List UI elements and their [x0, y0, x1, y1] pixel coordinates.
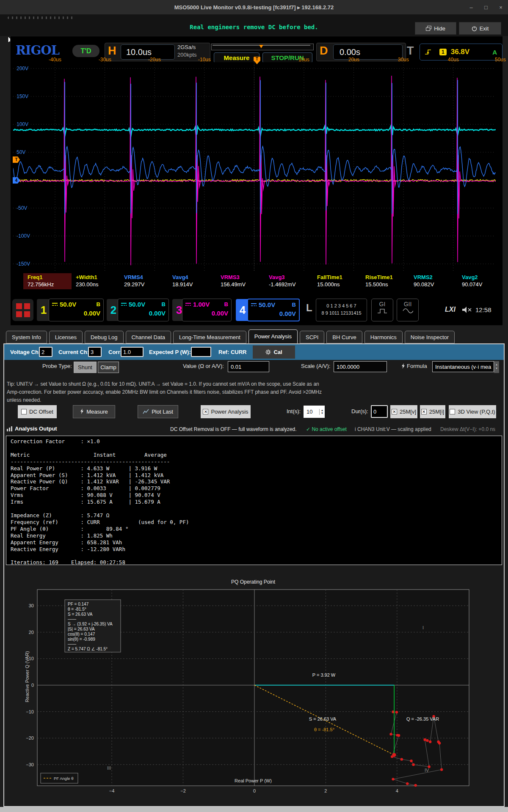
spinner-arrows[interactable]: ▲▼: [319, 409, 325, 415]
tip-line: Amp-correction. For better power accurac…: [7, 388, 430, 396]
tab-power-analysis[interactable]: Power Analysis: [248, 329, 298, 343]
dur-label: Dur(s):: [351, 408, 368, 414]
channel-2-settings[interactable]: 50.0VB0.00V: [118, 299, 169, 321]
delay-value[interactable]: 0.00s: [333, 44, 403, 60]
gen1-button[interactable]: GI: [371, 299, 393, 321]
tab-system-info[interactable]: System Info: [6, 331, 47, 343]
close-button[interactable]: ×: [494, 0, 508, 14]
logic-key[interactable]: L: [306, 302, 312, 314]
channel-3-settings[interactable]: 1.00VB0.00V: [182, 299, 232, 321]
trigger-position-marker[interactable]: T: [254, 57, 260, 64]
bandwidth-indicator: B: [224, 301, 228, 307]
m25i-checkbox[interactable]: ✕25M[i]: [420, 405, 445, 418]
measurement-label: FallTime1: [317, 274, 361, 280]
trigger-panel[interactable]: 1 36.8V A: [420, 44, 502, 60]
channel-offset: 0.00V: [251, 310, 296, 317]
tab-noise-inspector[interactable]: Noise Inspector: [405, 331, 455, 343]
scale-label: Scale (A/V):: [301, 363, 330, 369]
measurement-cell[interactable]: RiseTime115.500ns: [361, 273, 409, 289]
value-input[interactable]: 0.01: [228, 361, 269, 372]
zigzag-waveform-icon: [212, 44, 313, 50]
analysis-title: Analysis Output: [15, 425, 57, 432]
rigol-logo: RIGOL: [16, 43, 59, 58]
tab-debug-log[interactable]: Debug Log: [85, 331, 124, 343]
svg-text:−30: −30: [26, 762, 34, 767]
gen2-button[interactable]: GII: [397, 299, 419, 321]
value-label: Value (Ω or A/V):: [183, 363, 224, 369]
cal-button[interactable]: Cal: [253, 346, 295, 359]
svg-text:——: ——: [68, 617, 76, 621]
scale-input[interactable]: 100.0000: [334, 361, 387, 372]
minimize-button[interactable]: –: [464, 0, 478, 14]
formula-dropdown[interactable]: Instantaneous (v·i mea: [432, 361, 494, 372]
tab-licenses[interactable]: Licenses: [49, 331, 83, 343]
clock: 12:58: [475, 306, 491, 313]
speaker-muted-icon[interactable]: [462, 306, 473, 314]
tab-bh-curve[interactable]: BH Curve: [326, 331, 362, 343]
ref-curr-label: Ref: CURR: [218, 349, 246, 355]
expected-p-label: Expected P (W):: [149, 349, 191, 355]
current-ch-input[interactable]: 3: [88, 347, 102, 357]
tab-channel-data[interactable]: Channel Data: [126, 331, 171, 343]
channel-1-settings[interactable]: 50.0VB0.00V: [49, 299, 104, 321]
hide-button[interactable]: Hide: [415, 22, 456, 35]
corr-input[interactable]: 1.0: [121, 347, 144, 357]
measurement-value: 90.074V: [462, 281, 506, 288]
measurement-cell[interactable]: VRMS429.297V: [120, 273, 168, 289]
measurement-value: 90.082V: [414, 281, 458, 288]
measurement-cell[interactable]: Vavg3-1.4692mV: [265, 273, 313, 289]
voltage-ch-input[interactable]: 2: [39, 347, 52, 357]
dc-coupling-icon: [52, 303, 58, 306]
channel-4-settings[interactable]: 50.0VB0.00V: [247, 299, 300, 321]
exit-button[interactable]: Exit: [459, 22, 501, 35]
tab-long-time-measurement[interactable]: Long-Time Measurement: [173, 331, 246, 343]
time-label: -30us: [99, 57, 111, 63]
power-analysis-checkbox[interactable]: ✕Power Analysis: [201, 405, 251, 418]
measure-menu-button[interactable]: Measure: [214, 52, 260, 63]
channel-scale: 50.0V: [259, 301, 275, 308]
bandwidth-indicator: B: [162, 301, 166, 307]
analysis-output-box[interactable]: Correction Factor : ×1.0 Metric Instant …: [6, 436, 502, 565]
measurement-cell[interactable]: Vavg290.074V: [458, 273, 506, 289]
measurement-bar: Freq172.756kHz+Width1230.00nsVRMS429.297…: [23, 273, 506, 289]
svg-text:Real Power P (W): Real Power P (W): [235, 778, 272, 783]
int-spinner[interactable]: 10▲▼: [304, 406, 325, 418]
tab-harmonics[interactable]: Harmonics: [364, 331, 403, 343]
maximize-button[interactable]: □: [479, 0, 493, 14]
m25v-checkbox[interactable]: ✕25M[v]: [390, 405, 417, 418]
svg-text:|S| = 26.63 VA: |S| = 26.63 VA: [68, 627, 95, 631]
measure-button[interactable]: Measure: [73, 405, 115, 418]
plot-last-button[interactable]: Plot Last: [138, 405, 178, 418]
tab-scpi[interactable]: SCPI: [300, 331, 324, 343]
int-label: Int(s):: [287, 408, 301, 414]
formula-label-wrap: Formula: [401, 363, 427, 369]
measurement-label: VRMS3: [221, 274, 265, 280]
measurement-cell[interactable]: Vavg418.914V: [168, 273, 216, 289]
channel-scale: 50.0V: [60, 301, 76, 308]
svg-text:I: I: [422, 625, 424, 630]
time-label: 10us: [298, 57, 309, 63]
analysis-output-header: Analysis Output DC Offset Removal is OFF…: [0, 425, 508, 435]
checkbox: ✕: [203, 409, 208, 414]
measurement-cell[interactable]: Freq172.756kHz: [23, 273, 72, 289]
waveform-display: [13, 62, 496, 271]
expected-p-input[interactable]: [191, 347, 211, 357]
measurement-cell[interactable]: VRMS290.082V: [409, 273, 458, 289]
dropdown-scroll-arrows[interactable]: ▲▼: [494, 361, 499, 373]
volt-label: -150V: [17, 261, 46, 267]
checkbox: ✕: [392, 409, 397, 414]
dc-offset-checkbox[interactable]: DC Offset: [18, 405, 57, 418]
view3d-checkbox[interactable]: 3D View (P,Q,t): [449, 405, 496, 418]
measurement-cell[interactable]: VRMS3156.49mV: [216, 273, 265, 289]
measurement-cell[interactable]: +Width1230.00ns: [72, 273, 120, 289]
time-label: -10us: [198, 57, 211, 63]
menu-grid-icon[interactable]: [12, 299, 33, 321]
time-label: -20us: [148, 57, 161, 63]
memory-position-strip[interactable]: [211, 44, 314, 50]
gear-icon: [265, 349, 271, 355]
dur-input[interactable]: 0: [371, 405, 388, 418]
shunt-button[interactable]: Shunt: [74, 362, 97, 373]
digital-channels-box[interactable]: 0 1 2 3 4 5 6 7 8 9 1011 12131415: [316, 299, 367, 321]
clamp-button[interactable]: Clamp: [98, 362, 119, 373]
measurement-cell[interactable]: FallTime115.000ns: [313, 273, 361, 289]
